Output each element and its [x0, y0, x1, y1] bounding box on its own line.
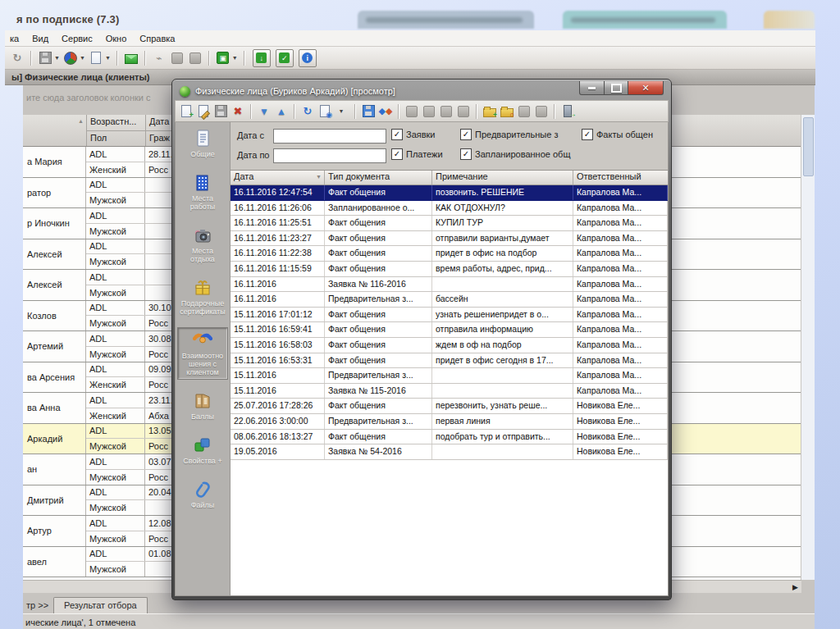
checkbox-icon[interactable]: ✓ [582, 129, 593, 140]
verify-button[interactable]: ✓ [276, 49, 294, 67]
chart-icon[interactable] [63, 51, 78, 66]
info-button[interactable]: i [299, 49, 317, 67]
download-button[interactable]: ↓ [253, 49, 271, 67]
menu-item-справка[interactable]: Справка [139, 34, 175, 43]
filter-checkbox[interactable]: ✓Факты общен [582, 129, 653, 140]
menu-item-сервис[interactable]: Сервис [62, 34, 93, 43]
table-row[interactable]: 15.11.2016Предварительная з...Капралова … [231, 368, 668, 384]
sidebar-item-взаимоотно-шения-с-клиентом[interactable]: Взаимоотношения склиентом [177, 327, 228, 380]
filter-checkbox[interactable]: ✓Предварительные з [460, 129, 558, 140]
filter-checkbox[interactable]: ✓Заявки [391, 129, 436, 140]
date-from-input[interactable] [273, 129, 386, 144]
table-row[interactable]: 16.11.2016Заявка № 116-2016Капралова Ма.… [231, 277, 668, 293]
plugin-icon[interactable]: ⌁ [152, 51, 167, 66]
col-sex-header[interactable]: Пол [87, 131, 146, 147]
client-age-group: ADL [86, 516, 145, 531]
checkbox-icon[interactable]: ✓ [391, 148, 403, 160]
table-row[interactable]: 15.11.2016Заявка № 115-2016Капралова Ма.… [231, 384, 668, 399]
sidebar-item-места-отдыха[interactable]: Местаотдыха [177, 222, 228, 267]
table-row[interactable]: 16.11.2016Предварительная з...бассейнКап… [231, 292, 668, 308]
links-icon[interactable]: ◆◆ [378, 104, 393, 119]
copy-icon[interactable] [404, 104, 419, 119]
print-icon[interactable] [534, 104, 549, 119]
refresh-icon[interactable]: ↻ [10, 51, 25, 66]
vertical-scrollbar[interactable] [801, 115, 815, 580]
checkbox-icon[interactable]: ✓ [460, 129, 472, 140]
menu-item-partial[interactable]: ка [10, 34, 19, 43]
checkbox-icon[interactable]: ✓ [460, 148, 472, 160]
import-icon[interactable] [439, 104, 454, 119]
table-row[interactable]: 16.11.2016 11:15:59Факт общениявремя раб… [231, 262, 668, 277]
export-icon[interactable] [456, 104, 471, 119]
date-from-label: Дата с [237, 130, 264, 140]
folder-add-icon[interactable]: + [482, 104, 497, 119]
filter-checkbox[interactable]: ✓Запланированное общ [460, 148, 570, 160]
table-row[interactable]: 19.05.2016Заявка № 54-2016Новикова Еле..… [231, 444, 668, 460]
table-row[interactable]: 15.11.2016 16:59:41Факт общенияотправила… [231, 322, 668, 338]
delete-icon[interactable]: ✖ [231, 104, 245, 119]
sidebar-item-места-работы[interactable]: Местаработы [177, 170, 228, 214]
col-name-header[interactable]: ▲ [23, 115, 87, 146]
menu-item-вид[interactable]: Вид [32, 34, 48, 43]
mail-icon[interactable] [89, 51, 103, 66]
tab-result[interactable]: Результат отбора [53, 597, 148, 613]
table-row[interactable]: 16.11.2016 12:47:54Факт общенияпозвонить… [231, 185, 668, 201]
table-row[interactable]: 25.07.2016 17:28:26Факт общенияперезвони… [231, 399, 668, 414]
close-button[interactable]: ✕ [628, 81, 664, 95]
scroll-right-icon[interactable]: ▶ [792, 583, 798, 591]
table-row[interactable]: 16.11.2016 11:26:06Запланированное о...К… [231, 201, 668, 217]
table-row[interactable]: 16.11.2016 11:23:27Факт общенияотправили… [231, 231, 668, 247]
send-mail-icon[interactable] [124, 51, 139, 66]
save-icon[interactable] [213, 104, 228, 119]
dropdown-arrow-icon[interactable]: ▼ [80, 55, 85, 61]
table-row[interactable]: 16.11.2016 11:22:38Факт общенияпридет в … [231, 246, 668, 262]
folder-search-icon[interactable]: ○ [500, 104, 514, 119]
col-age-header[interactable]: Возрастн... [87, 115, 146, 130]
documents-icon[interactable] [170, 51, 185, 66]
exit-icon[interactable]: → [560, 104, 575, 119]
client-name: авел [23, 547, 86, 577]
table-row[interactable]: 22.06.2016 3:00:00Предварительная з...пе… [231, 414, 668, 430]
table-row[interactable]: 15.11.2016 17:01:12Факт общенияузнать ре… [231, 308, 668, 323]
col-note-header[interactable]: Примечание [432, 171, 573, 185]
sidebar-item-свойства-+[interactable]: Свойства + [177, 432, 228, 468]
save-icon[interactable] [38, 51, 52, 66]
col-responsible-header[interactable]: Ответственный [573, 171, 668, 185]
col-doctype-header[interactable]: Тип документа [325, 171, 432, 185]
dropdown-arrow-icon[interactable]: ▼ [54, 55, 60, 61]
preview-icon[interactable]: ◉ [317, 104, 332, 119]
table-row[interactable]: 15.11.2016 16:53:31Факт общенияпридет в … [231, 353, 668, 369]
table-row[interactable]: 16.11.2016 11:25:51Факт общенияКУПИЛ ТУР… [231, 216, 668, 231]
maximize-button[interactable] [605, 81, 628, 95]
paste-icon[interactable] [422, 104, 436, 119]
table-row[interactable]: 08.06.2016 18:13:27Факт общенияподобрать… [231, 430, 668, 445]
archive-icon[interactable] [517, 104, 532, 119]
dialog-titlebar[interactable]: Физические лица (Буриков Аркадий) [просм… [175, 82, 669, 100]
minimize-button[interactable] [579, 81, 605, 95]
table-row[interactable]: 15.11.2016 16:58:03Факт общенияждем в оф… [231, 338, 668, 353]
move-down-icon[interactable]: ▼ [257, 104, 272, 119]
edit-record-icon[interactable] [196, 104, 211, 119]
filter-checkbox[interactable]: ✓Платежи [391, 148, 443, 160]
menu-item-окно[interactable]: Окно [106, 34, 127, 43]
dropdown-arrow-icon[interactable]: ▼ [105, 55, 111, 61]
export-box-icon[interactable]: ▣ [216, 51, 231, 66]
dropdown-arrow-icon[interactable]: ▼ [335, 104, 349, 119]
cell-doctype: Предварительная з... [325, 292, 432, 307]
scrollbar-thumb[interactable] [803, 117, 814, 176]
col-date-header[interactable]: Дата▼ [231, 171, 325, 185]
sidebar-item-общие[interactable]: Общие [177, 125, 228, 162]
tab-filter[interactable]: тр >> [25, 598, 53, 613]
history-icon[interactable] [361, 104, 376, 119]
refresh-icon[interactable]: ↻ [300, 104, 315, 119]
sidebar-item-баллы[interactable]: Баллы [177, 388, 228, 424]
dropdown-arrow-icon[interactable]: ▼ [232, 55, 238, 61]
add-record-icon[interactable]: + [179, 104, 194, 119]
dialog-table-header[interactable]: Дата▼ Тип документа Примечание Ответстве… [231, 171, 668, 185]
sidebar-item-подарочные-сертификаты[interactable]: Подарочныесертификаты [177, 275, 228, 319]
report-icon[interactable] [188, 51, 203, 66]
date-to-input[interactable] [273, 148, 386, 163]
checkbox-icon[interactable]: ✓ [391, 129, 403, 140]
move-up-icon[interactable]: ▲ [274, 104, 289, 119]
sidebar-item-файлы[interactable]: Файлы [177, 476, 228, 513]
